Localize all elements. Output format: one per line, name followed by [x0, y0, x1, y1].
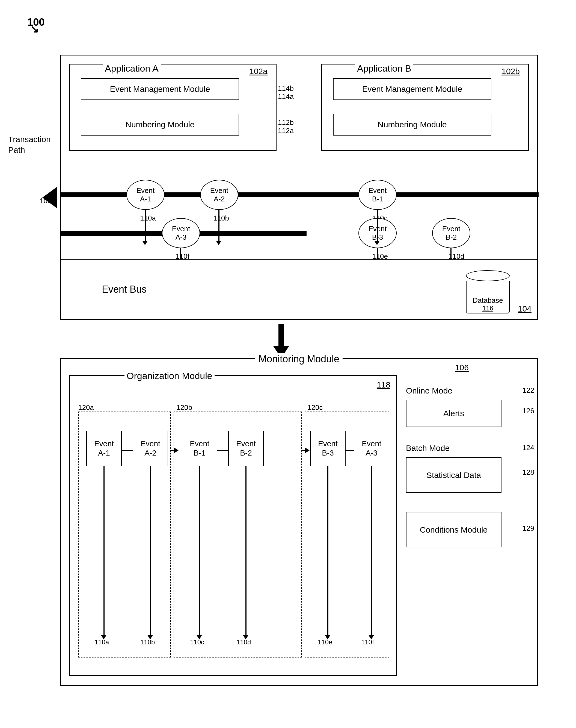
- monitoring-section: Monitoring Module 106 Organization Modul…: [60, 358, 538, 686]
- vhead-a2: [147, 635, 153, 640]
- vhead-a3: [369, 635, 374, 640]
- ref-110b-org: 110b: [140, 638, 155, 646]
- monitoring-id: 106: [455, 363, 469, 372]
- figure-arrow: ↘: [30, 23, 39, 35]
- alerts-ref: 126: [522, 407, 534, 415]
- ref-110d-org: 110d: [236, 638, 251, 646]
- ref-110b-top: 110b: [213, 214, 229, 222]
- top-section-id: 104: [518, 304, 531, 314]
- label-112a: 112a: [278, 127, 294, 135]
- org-module-label: Organization Module: [124, 371, 214, 381]
- conditions-module-ref: 129: [522, 524, 534, 533]
- database-cylinder: Database 116: [466, 270, 510, 314]
- vline-a2: [150, 466, 151, 636]
- top-section: Application A 102a Event Management Modu…: [60, 55, 538, 320]
- group-120c-id: 120c: [307, 403, 323, 412]
- vline-b2: [246, 466, 247, 636]
- vhead-b1: [197, 635, 202, 640]
- app-b-label: Application B: [355, 63, 413, 74]
- statistical-data-box: Statistical Data: [406, 457, 501, 493]
- org-module-id: 118: [377, 380, 391, 389]
- arrow-g1-g2: [171, 448, 178, 453]
- group-120b-id: 120b: [176, 403, 192, 412]
- group-120a-id: 120a: [78, 403, 94, 412]
- emm-b: Event Management Module: [333, 78, 491, 100]
- app-b-id: 102b: [501, 67, 520, 76]
- vhead-b3: [325, 635, 330, 640]
- db-id: 116: [482, 304, 493, 312]
- vert-a2-head: [216, 241, 221, 245]
- org-event-b2: EventB-2: [228, 431, 264, 466]
- event-b2-ellipse: EventB-2: [432, 218, 470, 248]
- ref-110e-org: 110e: [318, 638, 332, 646]
- right-panel: Online Mode 122 Alerts 126 Batch Mode 12…: [406, 375, 529, 676]
- app-a-label: Application A: [103, 63, 161, 74]
- vert-b1-head: [374, 241, 380, 245]
- db-body: Database 116: [466, 281, 510, 314]
- application-b-box: Application B 102b Event Management Modu…: [321, 64, 529, 151]
- label-114a: 114a: [278, 92, 294, 101]
- arrow-g2-g3: [302, 448, 310, 453]
- vhead-a1: [101, 635, 107, 640]
- org-event-a2: EventA-2: [133, 431, 168, 466]
- emm-a: Event Management Module: [81, 78, 239, 100]
- vert-b1-shaft: [377, 210, 378, 241]
- diagram: 100 ↘ Application A 102a Event Managemen…: [0, 0, 576, 728]
- event-a1-ellipse: EventA-1: [126, 180, 165, 210]
- vhead-b2: [243, 635, 249, 640]
- org-event-a1: EventA-1: [86, 431, 122, 466]
- big-down-arrow: [273, 324, 289, 358]
- batch-mode-label: Batch Mode: [406, 443, 450, 453]
- ref-110f-org: 110f: [361, 638, 374, 646]
- event-a3-ellipse: EventA-3: [162, 218, 200, 248]
- org-module: Organization Module 118 120a EventA-1 11…: [69, 375, 397, 676]
- vline-a1: [104, 466, 105, 636]
- app-a-id: 102a: [249, 67, 267, 76]
- label-112b: 112b: [278, 118, 294, 127]
- event-b1-ellipse: EventB-1: [358, 180, 397, 210]
- batch-mode-ref: 124: [522, 443, 534, 452]
- vert-a1-head: [142, 241, 148, 245]
- online-mode-ref: 122: [522, 386, 534, 395]
- event-bus-area: Event Bus 104 Database 116: [61, 259, 537, 319]
- application-a-box: Application A 102a Event Management Modu…: [69, 64, 277, 151]
- vert-a1-shaft: [145, 210, 146, 241]
- org-event-a3: EventA-3: [354, 431, 389, 466]
- db-label: Database: [472, 296, 503, 305]
- vline-b1: [199, 466, 200, 636]
- ref-110a-org: 110a: [94, 638, 109, 646]
- ref-110c-org: 110c: [190, 638, 204, 646]
- tx-return-arrow: [42, 187, 57, 209]
- arrow-shaft: [279, 324, 284, 346]
- nm-b: Numbering Module: [333, 114, 491, 136]
- event-bus-label: Event Bus: [102, 284, 147, 295]
- org-event-b1: EventB-1: [182, 431, 217, 466]
- label-114b: 114b: [278, 84, 294, 92]
- online-mode-label: Online Mode: [406, 386, 452, 396]
- alerts-box: Alerts: [406, 400, 501, 427]
- vline-b3: [327, 466, 328, 636]
- nm-a: Numbering Module: [81, 114, 239, 136]
- event-a2-ellipse: EventA-2: [200, 180, 238, 210]
- db-top: [466, 270, 510, 281]
- vert-a2-shaft: [219, 210, 220, 241]
- vline-a3: [371, 466, 372, 636]
- statistical-data-ref: 128: [522, 468, 534, 477]
- conditions-module-box: Conditions Module: [406, 512, 501, 547]
- monitoring-label: Monitoring Module: [255, 353, 343, 365]
- transaction-path-label: Transaction Path: [8, 134, 52, 155]
- ref-110a-top: 110a: [140, 214, 156, 222]
- org-event-b3: EventB-3: [310, 431, 346, 466]
